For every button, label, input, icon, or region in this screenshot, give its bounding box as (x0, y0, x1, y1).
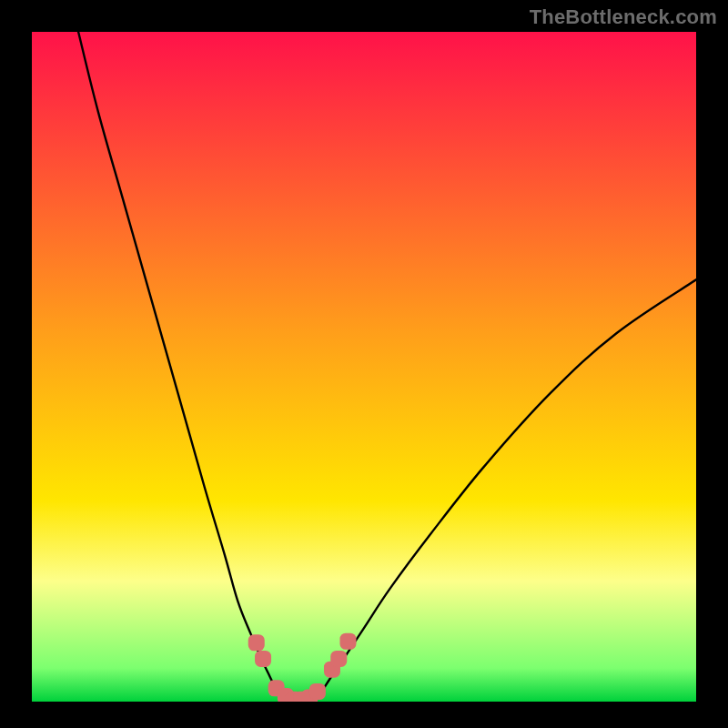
bottleneck-curve-chart (0, 0, 728, 728)
scatter-marker (339, 633, 356, 650)
scatter-marker (330, 651, 347, 667)
chart-frame: { "watermark": { "text": "TheBottleneck.… (0, 0, 728, 728)
scatter-marker (309, 683, 326, 700)
watermark-text: TheBottleneck.com (530, 5, 717, 29)
gradient-background (32, 32, 696, 702)
scatter-marker (248, 634, 265, 651)
scatter-marker (255, 651, 271, 667)
